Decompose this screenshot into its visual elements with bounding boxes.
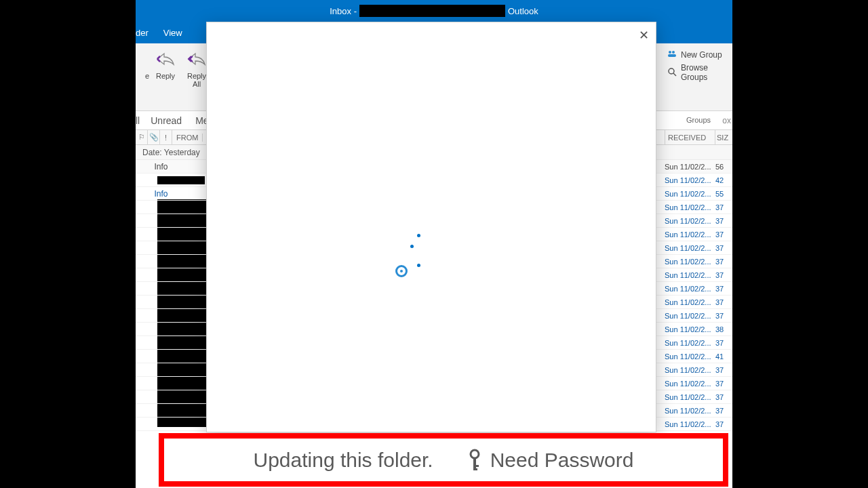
svg-point-5 [471,450,479,458]
row-received: Sun 11/02/2... [665,325,715,333]
row-received: Sun 11/02/2... [665,366,715,374]
row-received: Sun 11/02/2... [665,258,715,266]
row-received: Sun 11/02/2... [665,203,715,211]
row-size: 37 [715,312,732,320]
row-info-label: Info [136,162,186,171]
search-icon [667,67,677,79]
row-received: Sun 11/02/2... [665,176,715,184]
row-size: 37 [715,217,732,225]
row-size: 37 [715,407,732,415]
search-partial[interactable]: ox [722,116,732,125]
row-size: 37 [715,203,732,211]
row-size: 41 [715,352,732,361]
row-size: 37 [715,285,732,293]
row-size: 37 [715,298,732,306]
status-updating: Updating this folder. [254,449,433,472]
row-received: Sun 11/02/2... [665,271,715,279]
need-password-group[interactable]: Need Password [467,449,634,472]
loading-spinner [391,232,432,280]
row-received: Sun 11/02/2... [665,285,715,293]
tab-view[interactable]: View [154,28,192,38]
svg-point-1 [672,51,675,54]
row-redacted [157,176,205,184]
row-size: 37 [715,393,732,401]
filter-unread[interactable]: Unread [144,115,189,126]
svg-rect-2 [668,54,676,57]
modal-dialog: ✕ [206,22,656,432]
new-group-icon [667,49,677,60]
reply-label: Reply [151,72,180,80]
tab-folder-partial[interactable]: der [136,28,154,38]
row-size: 37 [715,366,732,374]
reply-icon [151,49,180,69]
row-received: Sun 11/02/2... [665,217,715,225]
browse-groups-label: Browse Groups [681,63,730,82]
row-size: 37 [715,420,732,428]
row-received: Sun 11/02/2... [665,230,715,239]
col-attachment-icon[interactable]: 📎 [148,130,160,144]
row-size: 55 [715,190,732,198]
row-size: 37 [715,380,732,388]
row-size: 42 [715,176,732,184]
spinner-ring-icon [395,265,408,277]
col-size[interactable]: SIZ [715,130,732,144]
svg-point-0 [669,51,671,54]
status-bar-highlight: Updating this folder. Need Password [159,433,728,487]
row-size: 37 [715,271,732,279]
row-received: Sun 11/02/2... [665,298,715,306]
title-dash: - [354,6,357,16]
status-need-password: Need Password [490,449,634,472]
row-size: 37 [715,339,732,347]
row-received: Sun 11/02/2... [665,420,715,428]
row-size: 38 [715,325,732,333]
svg-line-4 [673,73,676,76]
close-icon: ✕ [639,28,649,42]
ribbon-button-partial[interactable]: e [136,47,149,80]
row-received: Sun 11/02/2... [665,393,715,401]
row-received: Sun 11/02/2... [665,312,715,320]
browse-groups-button[interactable]: Browse Groups [665,62,732,83]
title-bar: Inbox - Outlook [136,0,732,22]
row-received: Sun 11/02/2... [665,352,715,361]
title-account-redacted [359,5,505,17]
col-reminder-icon[interactable]: ⚐ [136,130,148,144]
col-importance-icon[interactable]: ! [160,130,172,144]
svg-rect-8 [473,468,477,470]
row-size: 37 [715,258,732,266]
col-from[interactable]: FROM [172,134,203,142]
row-received: Sun 11/02/2... [665,163,715,171]
row-received: Sun 11/02/2... [665,407,715,415]
key-icon [467,449,482,472]
row-size: 37 [715,244,732,252]
row-size: 37 [715,230,732,239]
row-received: Sun 11/02/2... [665,339,715,347]
row-size: 56 [715,163,732,171]
new-group-button[interactable]: New Group [665,47,732,62]
row-info-label: Info [136,189,186,199]
svg-rect-6 [473,458,476,470]
reply-button[interactable]: Reply [151,47,180,80]
row-received: Sun 11/02/2... [665,380,715,388]
col-received[interactable]: RECEIVED [665,130,715,144]
svg-point-3 [669,68,674,74]
svg-rect-7 [473,465,479,467]
row-received: Sun 11/02/2... [665,244,715,252]
new-group-label: New Group [681,50,722,60]
title-inbox: Inbox [330,6,351,16]
row-received: Sun 11/02/2... [665,190,715,198]
close-button[interactable]: ✕ [639,28,649,43]
title-outlook: Outlook [508,6,538,16]
filter-all-partial[interactable]: ll [136,115,144,126]
